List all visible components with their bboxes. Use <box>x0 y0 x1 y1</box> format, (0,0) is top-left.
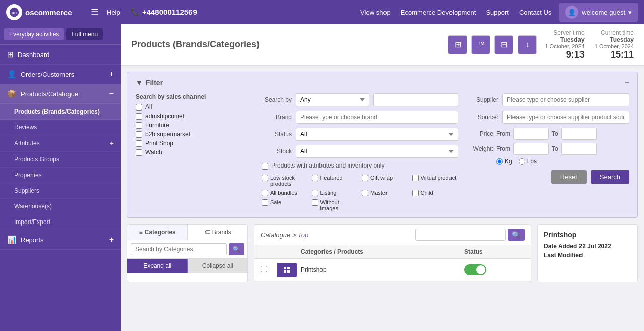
search-by-input[interactable] <box>373 93 458 106</box>
sidebar-item-dashboard[interactable]: ⊞ Dashboard <box>0 45 121 65</box>
categories-tab[interactable]: ≡ Categories <box>127 225 188 240</box>
catalogue-path-top-link[interactable]: Top <box>298 231 308 239</box>
dashboard-icon: ⊞ <box>7 50 14 59</box>
grid-view-button[interactable]: ⊞ <box>448 35 467 54</box>
brand-input[interactable] <box>296 111 458 124</box>
channel-printshop-checkbox[interactable] <box>136 140 142 147</box>
filter-child[interactable]: Child <box>412 190 459 196</box>
filter-featured[interactable]: Featured <box>312 175 358 187</box>
search-button[interactable]: Search <box>591 170 629 184</box>
everyday-activities-button[interactable]: Everyday activities <box>4 28 64 40</box>
brands-tab[interactable]: 🏷 Brands <box>188 225 248 240</box>
channel-furniture-checkbox[interactable] <box>136 122 142 129</box>
contact-us-link[interactable]: Contact Us <box>519 9 551 16</box>
lbs-label: Lbs <box>527 158 537 165</box>
categories-view-button[interactable]: ⊟ <box>494 35 513 54</box>
filter-middle: Search by AnyNameSKU Brand Status AllAc <box>262 93 458 211</box>
channel-watch[interactable]: Watch <box>136 149 251 156</box>
top-navigation: oc oscommerce ☰ Help 📞 +448000112569 Vie… <box>0 0 644 24</box>
phone-number: 📞 +448000112569 <box>131 8 197 17</box>
sidebar-item-reports[interactable]: 📊 Reports + <box>0 230 121 250</box>
price-from-label: From <box>496 130 510 137</box>
catalogue-search-button[interactable]: 🔍 <box>508 229 525 241</box>
brand-label: Brand <box>262 114 292 121</box>
catalogue-search-input[interactable] <box>415 229 506 241</box>
filter-gift-wrap[interactable]: Gift wrap <box>362 175 408 187</box>
filter-low-stock[interactable]: Low stock products <box>262 175 308 187</box>
channel-all[interactable]: All <box>136 103 251 111</box>
sidebar-subitem-label: Products Groups <box>14 156 59 163</box>
expand-all-button[interactable]: Expand all <box>127 259 188 273</box>
sidebar-item-reviews[interactable]: Reviews <box>0 120 121 135</box>
status-toggle[interactable] <box>464 264 486 275</box>
sidebar-item-products-groups[interactable]: Products Groups <box>0 152 121 168</box>
weight-to-input[interactable] <box>561 143 597 155</box>
sales-channel-label: Search by sales channel <box>136 93 251 100</box>
channel-furniture[interactable]: Furniture <box>136 122 251 129</box>
channel-b2b[interactable]: b2b supermarket <box>136 131 251 138</box>
price-from-input[interactable] <box>513 128 549 140</box>
sidebar-item-products-catalogue[interactable]: 📦 Products/Catalogue − <box>0 84 121 104</box>
view-shop-link[interactable]: View shop <box>360 9 391 16</box>
price-to-input[interactable] <box>561 128 597 140</box>
stock-select[interactable]: AllIn StockOut of Stock <box>296 145 458 158</box>
sidebar-item-orders-customers[interactable]: 👤 Orders/Customers + <box>0 65 121 84</box>
category-search-input[interactable] <box>131 243 227 255</box>
source-input[interactable] <box>502 111 629 124</box>
reset-button[interactable]: Reset <box>551 170 587 184</box>
kg-radio-label[interactable]: Kg <box>496 158 512 165</box>
weight-label: Weight: <box>468 145 493 152</box>
channel-admshipcomet[interactable]: admshipcomet <box>136 113 251 120</box>
kg-radio[interactable] <box>496 158 503 165</box>
svg-rect-5 <box>287 270 290 273</box>
sidebar-item-import-export[interactable]: Import/Export <box>0 214 121 230</box>
sidebar-subitem-label: Suppliers <box>14 187 39 194</box>
lbs-radio-label[interactable]: Lbs <box>519 158 537 165</box>
status-select[interactable]: AllActiveInactive <box>296 128 458 141</box>
channel-admshipcomet-checkbox[interactable] <box>136 113 142 120</box>
weight-to-label: To <box>552 145 558 152</box>
filter-sale[interactable]: Sale <box>262 199 308 211</box>
row-status-toggle[interactable] <box>464 264 525 275</box>
filter-collapse-button[interactable]: − <box>625 78 629 87</box>
filter-master[interactable]: Master <box>362 190 408 196</box>
hamburger-icon[interactable]: ☰ <box>91 7 99 18</box>
sidebar-subitem-label: Warehouse(s) <box>14 203 52 210</box>
logo[interactable]: oc oscommerce <box>6 4 87 20</box>
row-select-checkbox[interactable] <box>261 266 267 272</box>
sidebar-item-suppliers[interactable]: Suppliers <box>0 183 121 199</box>
current-time-value: 15:11 <box>595 49 634 60</box>
help-link[interactable]: Help <box>107 9 120 16</box>
sidebar-item-warehouses[interactable]: Warehouse(s) <box>0 199 121 214</box>
tm-button[interactable]: ™ <box>471 35 490 54</box>
filter-body: Search by sales channel All admshipcomet… <box>136 93 629 211</box>
filter-bundles[interactable]: All bundles <box>262 190 308 196</box>
user-menu[interactable]: 👤 welcome guest ▾ <box>559 3 638 22</box>
user-chevron-icon: ▾ <box>628 9 632 16</box>
channel-b2b-checkbox[interactable] <box>136 131 142 138</box>
category-search-button[interactable]: 🔍 <box>229 243 244 255</box>
filter-without-images[interactable]: Without images <box>312 199 358 211</box>
lbs-radio[interactable] <box>519 158 525 165</box>
reports-expand-icon: + <box>109 235 114 244</box>
sidebar-item-attributes[interactable]: Attributes + <box>0 135 121 152</box>
user-avatar-icon: 👤 <box>565 6 578 19</box>
filter-virtual[interactable]: Virtual product <box>412 175 459 187</box>
channel-all-checkbox[interactable] <box>136 104 142 111</box>
download-button[interactable]: ↓ <box>518 35 537 54</box>
sidebar-item-label: Products/Catalogue <box>21 90 78 98</box>
full-menu-button[interactable]: Full menu <box>66 28 103 40</box>
sidebar-item-products-brands[interactable]: Products (Brands/Categories) <box>0 104 121 120</box>
weight-from-input[interactable] <box>513 143 549 155</box>
support-link[interactable]: Support <box>486 9 509 16</box>
sidebar-item-properties[interactable]: Properties <box>0 168 121 183</box>
ecommerce-dev-link[interactable]: Ecommerce Development <box>401 9 476 16</box>
supplier-input[interactable] <box>502 93 629 106</box>
attributes-checkbox[interactable] <box>262 163 268 170</box>
search-by-select[interactable]: AnyNameSKU <box>296 93 369 106</box>
row-checkbox[interactable] <box>261 266 273 274</box>
channel-printshop[interactable]: Print Shop <box>136 140 251 147</box>
channel-watch-checkbox[interactable] <box>136 149 142 156</box>
collapse-all-button[interactable]: Collapse all <box>188 259 248 273</box>
filter-listing[interactable]: Listing <box>312 190 358 196</box>
